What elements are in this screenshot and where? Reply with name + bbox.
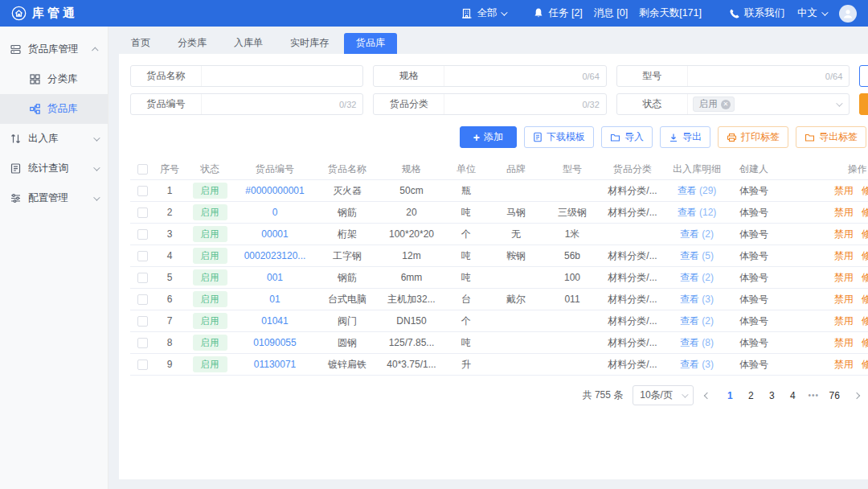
table-row: 7 启用 01041 阀门 DN150 个 材料分类/... 查看 (2) 体验… [130,310,868,332]
sidebar-item-goods-management[interactable]: 货品库管理 [0,35,108,64]
view-label: 查看 [678,185,697,196]
item-creator: 体验号 [730,184,778,198]
next-page-button[interactable] [853,393,861,398]
sidebar-item-in-out[interactable]: 出入库 [0,124,108,154]
tab-realtime-stock[interactable]: 实时库存 [278,33,341,54]
model-input[interactable] [688,71,825,82]
page-number[interactable]: 3 [763,388,780,404]
sidebar-item-statistics[interactable]: 统计查询 [0,154,108,183]
goods-category-input[interactable] [444,99,582,110]
row-checkbox[interactable] [137,316,148,327]
contact-us-link[interactable]: 联系我们 [729,6,784,20]
sidebar-item-goods-library[interactable]: 货品库 [0,94,108,124]
row-checkbox[interactable] [137,186,148,196]
disable-link[interactable]: 禁用 [834,315,854,327]
status-select[interactable]: 状态 启用 ✕ [616,93,850,115]
edit-link[interactable]: 修改 [862,207,868,218]
boxes-icon [10,43,22,55]
view-detail-link[interactable]: 查看 (8) [680,337,714,348]
tab-category-library[interactable]: 分类库 [166,33,219,54]
org-switcher[interactable]: 全部 [461,6,506,20]
goods-name-input[interactable] [202,71,362,82]
sidebar-item-settings[interactable]: 配置管理 [0,183,108,213]
tab-goods-library[interactable]: 货品库 [344,33,397,54]
item-code-link[interactable]: 00001 [261,228,288,240]
view-detail-link[interactable]: 查看 (2) [680,228,714,240]
page-ellipsis[interactable]: ••• [805,388,822,402]
view-detail-link[interactable]: 查看 (3) [680,359,714,370]
row-checkbox[interactable] [137,273,148,283]
export-labels-button[interactable]: 导出标签 [796,126,866,148]
row-checkbox[interactable] [137,229,148,240]
row-checkbox[interactable] [137,294,148,305]
view-detail-link[interactable]: 查看 (5) [680,250,714,261]
disable-link[interactable]: 禁用 [834,207,854,218]
row-checkbox[interactable] [137,208,148,218]
page-size-select[interactable]: 10条/页 [633,385,694,405]
disable-link[interactable]: 禁用 [834,272,854,283]
export-button[interactable]: 导出 [660,126,710,148]
view-detail-link[interactable]: 查看 (2) [680,315,714,327]
tab-inbound-order[interactable]: 入库单 [222,33,275,54]
view-detail-link[interactable]: 查看 (2) [680,272,714,283]
download-template-button[interactable]: 下载模板 [524,126,594,148]
item-code-link[interactable]: 01130071 [254,359,297,370]
goods-code-input[interactable] [202,99,339,110]
disable-link[interactable]: 禁用 [834,337,854,348]
item-name: 镀锌扁铁 [315,358,379,372]
select-all-checkbox[interactable] [137,164,148,175]
messages-link[interactable]: 消息 [0] [594,6,628,20]
export-labels-label: 导出标签 [819,130,858,144]
tasks-link[interactable]: 任务 [2] [533,6,582,20]
tab-home[interactable]: 首页 [119,33,162,54]
view-label: 查看 [680,272,699,283]
search-button[interactable]: 搜索 [859,93,868,115]
language-switcher[interactable]: 中文 [797,6,826,20]
disable-link[interactable]: 禁用 [834,250,854,261]
view-detail-link[interactable]: 查看 (3) [680,294,714,305]
import-button[interactable]: 导入 [601,126,653,148]
view-detail-link[interactable]: 查看 (12) [678,207,717,218]
column-header: 货品编号 [235,162,315,176]
tag-close-icon[interactable]: ✕ [721,100,731,109]
item-code-link[interactable]: 0002023120... [244,250,306,261]
page-number[interactable]: 76 [825,388,843,404]
edit-link[interactable]: 修改 [862,228,868,240]
edit-link[interactable]: 修改 [862,250,868,261]
sidebar-item-category-library[interactable]: 分类库 [0,64,108,94]
item-code-link[interactable]: 01090055 [253,337,296,348]
view-count: (8) [702,337,714,348]
edit-link[interactable]: 修改 [862,185,868,196]
page-number[interactable]: 2 [742,388,760,404]
reset-button[interactable]: 重置 [859,65,868,87]
status-tag: 启用 ✕ [693,97,735,112]
print-labels-button[interactable]: 打印标签 [718,126,788,148]
row-checkbox[interactable] [137,360,148,370]
edit-link[interactable]: 修改 [862,294,868,305]
view-detail-link[interactable]: 查看 (29) [678,185,717,196]
item-code-link[interactable]: 01041 [261,315,288,327]
prev-page-button[interactable] [703,393,711,398]
item-code-link[interactable]: 01 [269,294,280,305]
bell-icon [533,7,544,19]
item-code-link[interactable]: 001 [267,272,283,283]
user-avatar[interactable] [839,5,857,23]
row-checkbox[interactable] [137,338,148,348]
status-tag: 启用 [193,226,227,242]
page-number[interactable]: 4 [784,388,801,404]
add-button[interactable]: + 添加 [460,126,517,148]
disable-link[interactable]: 禁用 [834,294,854,305]
page-number[interactable]: 1 [721,388,739,404]
edit-link[interactable]: 修改 [862,315,868,327]
spec-input[interactable] [444,71,582,82]
disable-link[interactable]: 禁用 [834,228,854,240]
edit-link[interactable]: 修改 [862,359,868,370]
disable-link[interactable]: 禁用 [834,359,854,370]
edit-link[interactable]: 修改 [862,337,868,348]
item-code-link[interactable]: 0 [272,207,278,218]
item-spec: 20 [379,207,444,218]
item-code-link[interactable]: #0000000001 [245,185,304,196]
disable-link[interactable]: 禁用 [834,185,854,196]
edit-link[interactable]: 修改 [862,272,868,283]
row-checkbox[interactable] [137,251,148,261]
